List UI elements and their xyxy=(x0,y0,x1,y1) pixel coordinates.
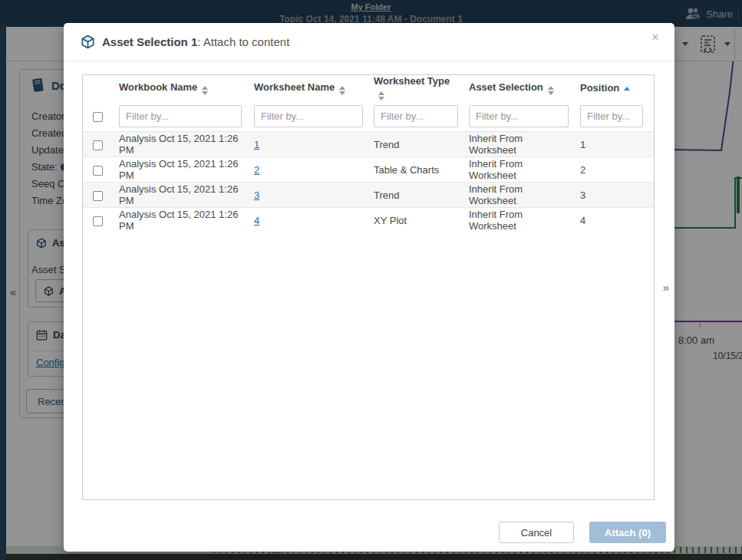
worksheet-link[interactable]: 4 xyxy=(254,215,259,226)
cell-workbook-name: Analysis Oct 15, 2021 1:26 PM xyxy=(110,133,246,156)
filter-worksheet-name-input[interactable] xyxy=(254,105,363,127)
column-header-worksheet-type[interactable]: Worksheet Type xyxy=(365,75,460,100)
table-header-row: Workbook Name Worksheet Name Worksheet T… xyxy=(83,75,654,100)
expand-preview-chevron-icon[interactable]: » xyxy=(663,281,669,294)
modal-title: Asset Selection 1: Attach to content xyxy=(102,35,289,48)
cell-workbook-name: Analysis Oct 15, 2021 1:26 PM xyxy=(110,158,246,181)
filter-asset-selection-input[interactable] xyxy=(469,105,569,127)
row-checkbox[interactable] xyxy=(93,191,103,201)
cell-position: 3 xyxy=(572,189,654,201)
attach-to-content-modal: Asset Selection 1: Attach to content × W… xyxy=(64,23,674,552)
sort-icon[interactable] xyxy=(378,91,384,100)
worksheet-link[interactable]: 2 xyxy=(254,164,259,176)
cell-workbook-name: Analysis Oct 15, 2021 1:26 PM xyxy=(110,209,246,232)
column-header-asset-selection[interactable]: Asset Selection xyxy=(460,81,572,95)
cell-worksheet-type: XY Plot xyxy=(365,215,460,226)
column-header-worksheet-name[interactable]: Worksheet Name xyxy=(246,81,365,95)
cell-worksheet-type: Table & Charts xyxy=(365,164,460,176)
sort-icon[interactable] xyxy=(202,86,208,95)
cell-workbook-name: Analysis Oct 15, 2021 1:26 PM xyxy=(110,183,246,206)
cell-position: 2 xyxy=(572,164,654,176)
asset-cube-icon xyxy=(81,35,95,49)
sort-icon[interactable] xyxy=(548,86,554,95)
cell-asset-selection: Inherit From Worksheet xyxy=(460,133,572,156)
row-checkbox[interactable] xyxy=(93,140,103,150)
sort-ascending-icon[interactable] xyxy=(624,87,630,91)
cell-asset-selection: Inherit From Worksheet xyxy=(460,183,572,206)
table-row[interactable]: Analysis Oct 15, 2021 1:26 PM 4 XY Plot … xyxy=(83,207,654,232)
row-checkbox[interactable] xyxy=(93,216,103,226)
filter-workbook-input[interactable] xyxy=(119,105,242,127)
table-row[interactable]: Analysis Oct 15, 2021 1:26 PM 3 Trend In… xyxy=(83,182,654,207)
table-row[interactable]: Analysis Oct 15, 2021 1:26 PM 1 Trend In… xyxy=(83,131,654,156)
select-all-checkbox[interactable] xyxy=(93,112,103,122)
close-icon[interactable]: × xyxy=(651,31,659,44)
modal-footer: Cancel Attach (0) xyxy=(499,522,666,543)
column-header-position[interactable]: Position xyxy=(572,82,654,94)
cell-position: 4 xyxy=(572,215,654,226)
filter-row xyxy=(83,100,654,131)
attach-button[interactable]: Attach (0) xyxy=(589,522,666,543)
filter-worksheet-type-input[interactable] xyxy=(374,105,458,127)
column-header-workbook-name[interactable]: Workbook Name xyxy=(110,81,246,95)
worksheet-link[interactable]: 1 xyxy=(254,139,259,150)
cancel-button[interactable]: Cancel xyxy=(499,522,574,543)
cell-position: 1 xyxy=(572,139,654,150)
cell-asset-selection: Inherit From Worksheet xyxy=(460,209,572,232)
table-body: Analysis Oct 15, 2021 1:26 PM 1 Trend In… xyxy=(83,131,654,232)
sort-icon[interactable] xyxy=(339,86,345,95)
cell-asset-selection: Inherit From Worksheet xyxy=(460,158,572,181)
modal-header: Asset Selection 1: Attach to content × xyxy=(64,23,674,61)
cell-worksheet-type: Trend xyxy=(365,139,460,150)
filter-position-input[interactable] xyxy=(580,105,643,127)
table-row[interactable]: Analysis Oct 15, 2021 1:26 PM 2 Table & … xyxy=(83,156,654,182)
cell-worksheet-type: Trend xyxy=(365,189,460,201)
worksheet-table: Workbook Name Worksheet Name Worksheet T… xyxy=(82,74,655,500)
row-checkbox[interactable] xyxy=(93,166,103,176)
worksheet-link[interactable]: 3 xyxy=(254,189,259,201)
